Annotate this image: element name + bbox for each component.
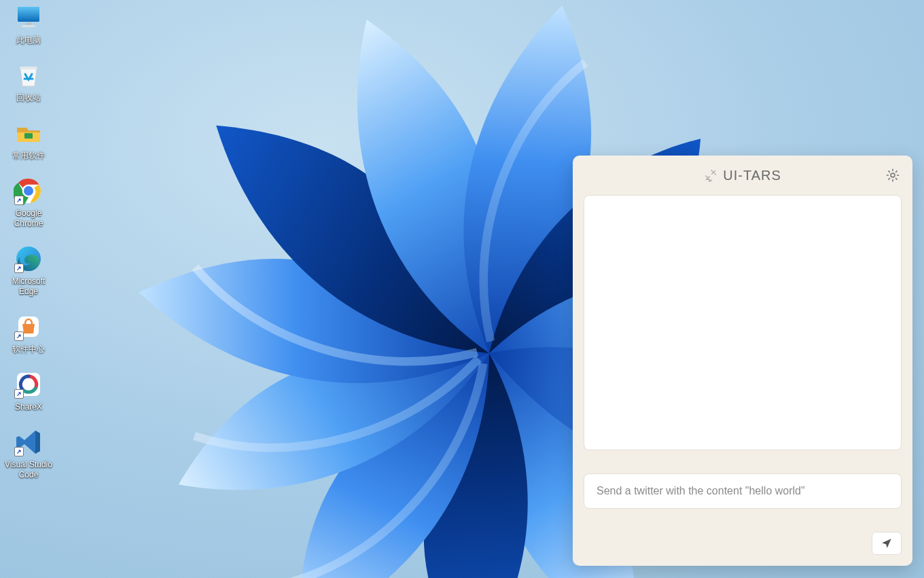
svg-rect-3 xyxy=(26,22,31,25)
ui-tars-titlebar[interactable]: UI-TARS xyxy=(573,156,912,195)
desktop-icon-vscode[interactable]: ↗ Visual Studio Code xyxy=(3,427,54,480)
shortcut-arrow-icon: ↗ xyxy=(14,264,24,273)
ui-tars-input-container xyxy=(584,473,902,509)
desktop-icon-software-center[interactable]: ↗ 软件中心 xyxy=(3,312,54,355)
svg-rect-4 xyxy=(22,25,35,27)
desktop-icon-label: 回收站 xyxy=(16,93,41,103)
recycle-bin-icon xyxy=(14,60,43,90)
svg-rect-5 xyxy=(20,67,37,69)
edge-icon: ↗ xyxy=(14,244,43,274)
shortcut-arrow-icon: ↗ xyxy=(14,331,24,341)
svg-rect-6 xyxy=(24,133,33,139)
paper-plane-icon xyxy=(881,537,893,549)
desktop-icon-label: 此电脑 xyxy=(16,35,41,46)
shortcut-arrow-icon: ↗ xyxy=(14,389,24,399)
desktop-icon-label: 软件中心 xyxy=(12,344,45,355)
desktop-icon-grid: 此电脑 回收站 常用软件 xyxy=(3,3,54,480)
desktop-icon-recycle-bin[interactable]: 回收站 xyxy=(3,60,54,103)
ui-tars-send-button[interactable] xyxy=(872,532,902,555)
chrome-icon: ↗ xyxy=(14,176,43,206)
desktop-icon-this-pc[interactable]: 此电脑 xyxy=(3,3,54,46)
monitor-icon xyxy=(14,3,43,33)
desktop-icon-label: 常用软件 xyxy=(12,151,45,161)
desktop-icon-label: ShareX xyxy=(15,402,42,412)
desktop-icon-label: Microsoft Edge xyxy=(3,276,54,297)
ui-tars-window: UI-TARS xyxy=(573,156,912,566)
desktop-icon-label: Google Chrome xyxy=(3,209,54,229)
svg-point-13 xyxy=(891,173,895,177)
settings-button[interactable] xyxy=(885,168,900,183)
svg-point-9 xyxy=(24,186,33,196)
ui-tars-output-area xyxy=(584,195,902,450)
desktop-icon-common-software-folder[interactable]: 常用软件 xyxy=(3,118,54,161)
svg-rect-2 xyxy=(18,7,39,22)
desktop-icon-label: Visual Studio Code xyxy=(3,460,54,480)
desktop-icon-sharex[interactable]: ↗ ShareX xyxy=(3,369,54,412)
shopping-bag-icon: ↗ xyxy=(14,312,43,342)
ui-tars-logo-icon xyxy=(704,168,717,182)
ui-tars-prompt-input[interactable] xyxy=(597,485,889,497)
shortcut-arrow-icon: ↗ xyxy=(14,196,24,205)
folder-icon xyxy=(14,118,43,148)
vscode-icon: ↗ xyxy=(14,427,43,457)
desktop-icon-edge[interactable]: ↗ Microsoft Edge xyxy=(3,244,54,297)
ui-tars-title: UI-TARS xyxy=(723,168,781,183)
desktop-icon-chrome[interactable]: ↗ Google Chrome xyxy=(3,176,54,229)
sharex-icon: ↗ xyxy=(14,369,43,399)
shortcut-arrow-icon: ↗ xyxy=(14,447,24,456)
gear-icon xyxy=(885,168,900,183)
